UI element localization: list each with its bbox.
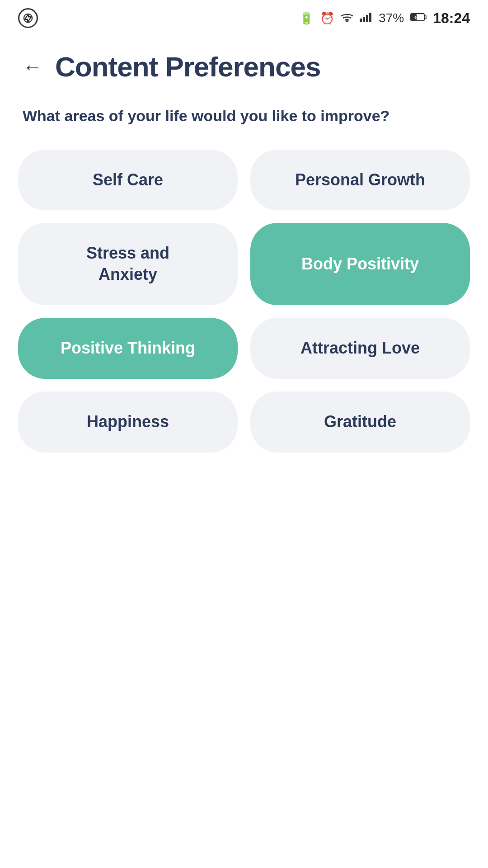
category-stress-anxiety[interactable]: Stress and Anxiety (18, 223, 238, 305)
category-happiness[interactable]: Happiness (18, 392, 238, 453)
battery-saving-icon: 🔋 (299, 11, 314, 25)
category-self-care[interactable]: Self Care (18, 150, 238, 211)
category-personal-growth[interactable]: Personal Growth (250, 150, 470, 211)
categories-grid: Self Care Personal Growth Stress and Anx… (0, 150, 488, 453)
back-button[interactable]: ← (23, 56, 42, 78)
status-right: 🔋 ⏰ 37% (299, 10, 470, 27)
svg-rect-4 (366, 15, 368, 22)
status-left (18, 8, 38, 28)
svg-point-1 (346, 21, 348, 22)
alarm-icon: ⏰ (320, 11, 334, 25)
svg-rect-5 (369, 13, 371, 22)
category-gratitude[interactable]: Gratitude (250, 392, 470, 453)
header: ← Content Preferences (0, 33, 488, 96)
battery-percent: 37% (379, 11, 404, 25)
battery-icon (410, 11, 427, 25)
category-attracting-love[interactable]: Attracting Love (250, 318, 470, 379)
signal-icon (360, 11, 372, 25)
wifi-icon (341, 11, 353, 25)
category-body-positivity[interactable]: Body Positivity (250, 223, 470, 305)
page-title: Content Preferences (55, 51, 320, 83)
svg-rect-3 (363, 17, 365, 22)
svg-rect-2 (360, 19, 362, 22)
subtitle: What areas of your life would you like t… (0, 96, 488, 150)
status-time: 18:24 (433, 10, 470, 27)
status-bar: 🔋 ⏰ 37% (0, 0, 488, 33)
bolt-icon (18, 8, 38, 28)
category-positive-thinking[interactable]: Positive Thinking (18, 318, 238, 379)
